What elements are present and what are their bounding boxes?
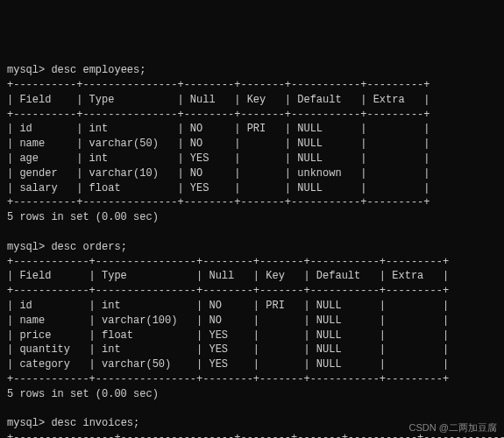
- prompt: mysql>: [7, 417, 45, 429]
- table-employees: +----------+---------------+--------+---…: [7, 79, 429, 208]
- summary-employees: 5 rows in set (0.00 sec): [7, 211, 159, 223]
- watermark: CSDN @二两加豆腐: [409, 421, 497, 434]
- prompt: mysql>: [7, 64, 45, 76]
- table-orders: +------------+----------------+--------+…: [7, 256, 449, 385]
- command-1: desc employees;: [51, 64, 146, 76]
- prompt: mysql>: [7, 241, 45, 253]
- command-3: desc invoices;: [51, 417, 139, 429]
- command-2: desc orders;: [51, 241, 126, 253]
- summary-orders: 5 rows in set (0.00 sec): [7, 388, 159, 400]
